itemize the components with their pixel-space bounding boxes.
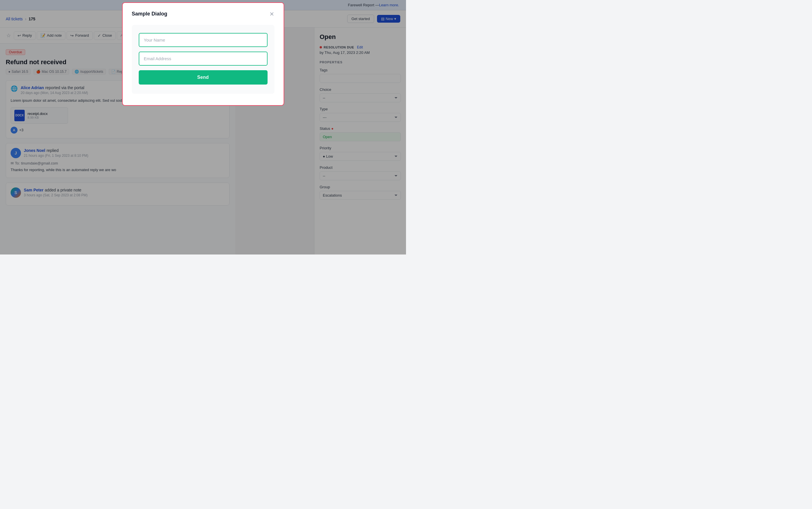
email-input[interactable] (138, 52, 268, 66)
dialog-close-button[interactable]: ✕ (270, 11, 274, 17)
sample-dialog: Sample Dialog ✕ Send (122, 2, 284, 106)
dialog-header: Sample Dialog ✕ (132, 11, 274, 17)
dialog-title: Sample Dialog (132, 11, 167, 17)
name-input[interactable] (138, 33, 268, 47)
dialog-body: Send (132, 25, 274, 94)
send-button[interactable]: Send (138, 70, 268, 84)
